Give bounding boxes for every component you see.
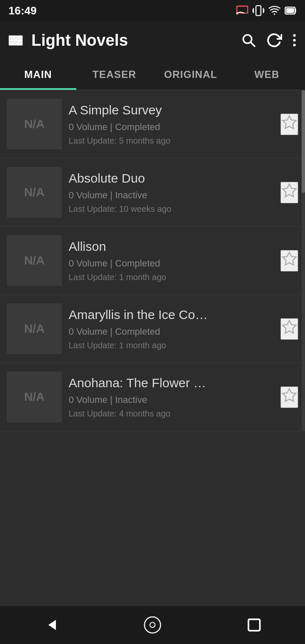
back-icon [43,617,58,633]
recent-button[interactable] [237,608,271,642]
novel-info: A Simple Survey 0 Volume | Completed Las… [62,103,280,146]
tab-teaser[interactable]: TEASER [76,59,152,90]
svg-point-16 [293,39,296,42]
status-time: 16:49 [8,4,37,17]
svg-point-24 [144,617,161,633]
star-button[interactable] [280,114,298,135]
tab-web[interactable]: WEB [229,59,305,90]
svg-line-14 [251,42,255,46]
novel-info: Allison 0 Volume | Completed Last Update… [62,239,280,282]
star-icon [281,251,297,267]
novel-title: Amaryllis in the Ice Co… [69,308,274,322]
star-icon [281,319,297,335]
novel-title: Absolute Duo [69,171,274,186]
app-bar-actions [241,32,297,48]
novel-last-update: Last Update: 5 months ago [69,136,274,146]
novel-list-wrapper: N/A A Simple Survey 0 Volume | Completed… [0,90,305,431]
novel-item[interactable]: N/A Amaryllis in the Ice Co… 0 Volume | … [0,295,305,363]
novel-title: A Simple Survey [69,103,274,117]
star-icon [281,183,297,199]
star-icon [281,387,297,403]
bottom-nav [0,606,305,644]
novel-info: Absolute Duo 0 Volume | Inactive Last Up… [62,171,280,214]
star-button[interactable] [280,250,298,272]
novel-cover: N/A [7,235,62,286]
scrollbar-thumb [302,90,305,193]
svg-marker-19 [283,184,296,197]
star-button[interactable] [280,182,298,203]
svg-rect-0 [237,6,248,13]
wifi-icon [269,5,280,17]
svg-rect-2 [256,6,261,15]
novel-meta: 0 Volume | Completed [69,122,274,133]
novel-last-update: Last Update: 1 month ago [69,272,274,282]
novel-list: N/A A Simple Survey 0 Volume | Completed… [0,90,305,431]
refresh-icon [266,32,282,48]
svg-point-25 [150,622,155,627]
more-options-button[interactable] [292,33,297,47]
status-icons [236,5,297,17]
novel-meta: 0 Volume | Inactive [69,394,274,405]
novel-meta: 0 Volume | Inactive [69,190,274,201]
search-button[interactable] [241,33,256,47]
home-button[interactable] [136,608,169,642]
novel-item[interactable]: N/A Absolute Duo 0 Volume | Inactive Las… [0,158,305,227]
menu-button[interactable] [8,35,23,46]
scrollbar-track [302,90,305,431]
recent-icon [247,617,262,633]
home-icon [143,616,162,634]
refresh-button[interactable] [266,32,282,48]
battery-icon [285,5,297,17]
svg-rect-9 [286,8,294,13]
svg-marker-21 [283,320,296,333]
novel-last-update: Last Update: 1 month ago [69,341,274,350]
back-button[interactable] [34,608,68,642]
novel-cover: N/A [7,303,62,354]
tab-main[interactable]: MAIN [0,59,76,90]
vibrate-icon [252,5,264,17]
svg-rect-26 [249,619,260,631]
novel-cover: N/A [7,372,62,422]
tab-bar: MAIN TEASER ORIGINAL WEB [0,59,305,90]
svg-point-15 [293,34,296,37]
page-title: Light Novels [31,31,233,50]
novel-cover: N/A [7,99,62,150]
svg-point-7 [274,13,275,14]
novel-last-update: Last Update: 4 months ago [69,409,274,419]
svg-marker-22 [283,389,296,401]
cast-icon [236,5,248,17]
novel-title: Allison [69,239,274,254]
novel-last-update: Last Update: 10 weeks ago [69,204,274,214]
novel-item[interactable]: N/A Allison 0 Volume | Completed Last Up… [0,227,305,295]
novel-info: Anohana: The Flower … 0 Volume | Inactiv… [62,376,280,419]
svg-marker-20 [283,252,296,265]
novel-cover: N/A [7,167,62,218]
more-icon [292,33,297,47]
novel-info: Amaryllis in the Ice Co… 0 Volume | Comp… [62,308,280,350]
novel-meta: 0 Volume | Completed [69,326,274,337]
novel-item[interactable]: N/A Anohana: The Flower … 0 Volume | Ina… [0,363,305,431]
star-button[interactable] [280,386,298,408]
novel-item[interactable]: N/A A Simple Survey 0 Volume | Completed… [0,90,305,158]
status-bar: 16:49 [0,0,305,21]
tab-original[interactable]: ORIGINAL [152,59,229,90]
star-icon [281,114,297,130]
svg-marker-18 [283,116,296,128]
svg-marker-23 [48,620,56,630]
novel-title: Anohana: The Flower … [69,376,274,390]
svg-point-17 [293,44,296,46]
search-icon [241,33,256,47]
novel-meta: 0 Volume | Completed [69,258,274,269]
app-bar: Light Novels [0,21,305,59]
star-button[interactable] [280,318,298,340]
